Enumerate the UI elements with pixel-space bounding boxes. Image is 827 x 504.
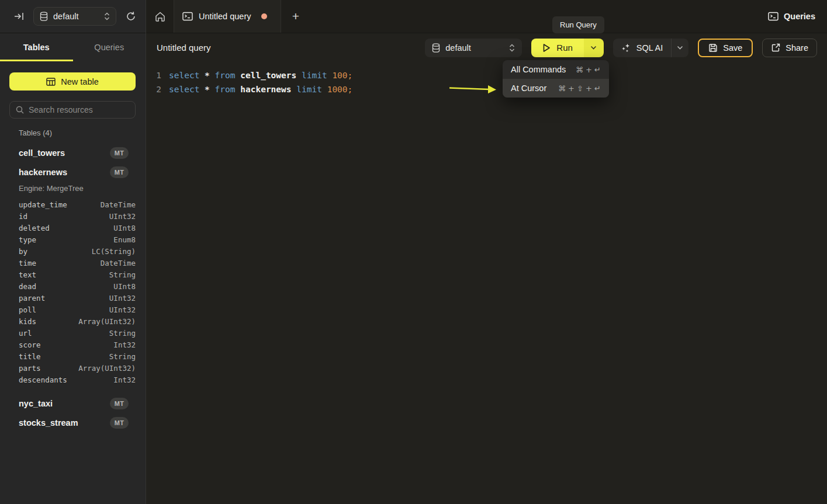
menu-item-at-cursor[interactable]: At Cursor ⌘ + ⇧ + ↵ xyxy=(503,79,609,98)
sidebar-tab-tables[interactable]: Tables xyxy=(0,33,73,61)
refresh-button[interactable] xyxy=(124,10,137,23)
column-row[interactable]: parentUInt32 xyxy=(0,292,146,304)
column-row[interactable]: scoreInt32 xyxy=(0,339,146,350)
column-type: UInt8 xyxy=(113,282,136,291)
unsaved-dot xyxy=(261,13,267,19)
collapse-sidebar-button[interactable] xyxy=(13,11,25,22)
column-name: parts xyxy=(19,364,41,373)
table-row-hackernews[interactable]: hackernews MT xyxy=(0,162,146,182)
column-type: UInt32 xyxy=(109,212,136,221)
sql-ai-split-button: SQL AI xyxy=(613,39,688,57)
column-row[interactable]: titleString xyxy=(0,350,146,362)
sidebar-tab-tables-label: Tables xyxy=(23,43,50,52)
new-table-button[interactable]: New table xyxy=(9,72,136,91)
code-line[interactable]: 2select * from hackernews limit 1000; xyxy=(146,82,827,96)
toolbar-database-selector[interactable]: default xyxy=(425,39,522,57)
new-tab-button[interactable]: + xyxy=(281,0,310,33)
column-type: UInt32 xyxy=(109,305,136,314)
code-text: select * from hackernews limit 1000; xyxy=(169,82,352,96)
main-area: Untitled query + Queries Untitled query … xyxy=(146,0,827,504)
tab-untitled-query[interactable]: Untitled query xyxy=(174,0,281,33)
new-table-label: New table xyxy=(61,77,98,86)
column-name: title xyxy=(19,352,41,361)
table-name: nyc_taxi xyxy=(19,399,53,408)
home-tab[interactable] xyxy=(146,0,174,33)
save-button[interactable]: Save xyxy=(698,39,753,57)
column-type: LC(String) xyxy=(92,247,136,256)
column-name: update_time xyxy=(19,200,67,209)
table-row-cell-towers[interactable]: cell_towers MT xyxy=(0,143,146,162)
sidebar-tab-queries-label: Queries xyxy=(94,43,124,52)
sidebar: default Tables Queries New table Tables … xyxy=(0,0,146,504)
code-line[interactable]: 1select * from cell_towers limit 100; xyxy=(146,68,827,82)
refresh-icon xyxy=(126,11,136,22)
run-split-button: Run xyxy=(531,39,604,57)
column-type: String xyxy=(109,270,136,279)
column-row[interactable]: deletedUInt8 xyxy=(0,222,146,234)
table-name: stocks_stream xyxy=(19,418,78,427)
column-row[interactable]: idUInt32 xyxy=(0,210,146,222)
save-button-label: Save xyxy=(723,43,742,53)
chevron-down-icon xyxy=(590,46,597,50)
sql-ai-options-button[interactable] xyxy=(671,39,688,57)
table-name: cell_towers xyxy=(19,148,65,158)
sidebar-database-value: default xyxy=(53,12,79,21)
sidebar-header: default xyxy=(0,0,146,33)
updown-chevron-icon xyxy=(509,44,515,52)
page-title: Untitled query xyxy=(157,43,211,53)
sidebar-tab-queries[interactable]: Queries xyxy=(73,33,146,61)
line-number: 2 xyxy=(146,82,161,96)
queries-button[interactable]: Queries xyxy=(756,0,827,33)
column-row[interactable]: pollUInt32 xyxy=(0,304,146,315)
column-row[interactable]: descendantsInt32 xyxy=(0,374,146,385)
sparkles-icon xyxy=(621,43,631,53)
column-row[interactable]: typeEnum8 xyxy=(0,234,146,245)
column-name: url xyxy=(19,329,32,338)
menu-item-label: All Commands xyxy=(511,65,566,74)
line-number: 1 xyxy=(146,68,161,82)
play-icon xyxy=(542,43,551,53)
column-type: UInt32 xyxy=(109,294,136,303)
search-input[interactable] xyxy=(29,105,129,114)
column-row[interactable]: urlString xyxy=(0,327,146,339)
table-row-nyc-taxi[interactable]: nyc_taxi MT xyxy=(0,394,146,413)
run-button[interactable]: Run xyxy=(531,39,584,57)
column-row[interactable]: kidsArray(UInt32) xyxy=(0,315,146,327)
column-name: time xyxy=(19,259,36,267)
query-toolbar: Untitled query default Run xyxy=(146,33,827,62)
database-icon xyxy=(432,43,440,53)
column-name: type xyxy=(19,235,36,244)
column-row[interactable]: deadUInt8 xyxy=(0,280,146,292)
tab-bar: Untitled query + Queries xyxy=(146,0,827,33)
share-button[interactable]: Share xyxy=(762,39,817,57)
menu-item-all-commands[interactable]: All Commands ⌘ + ↵ xyxy=(503,60,609,79)
home-icon xyxy=(155,12,165,22)
database-icon xyxy=(40,12,48,21)
column-type: UInt8 xyxy=(113,224,136,232)
column-row[interactable]: update_timeDateTime xyxy=(0,199,146,210)
column-row[interactable]: partsArray(UInt32) xyxy=(0,362,146,374)
search-icon xyxy=(16,106,24,114)
table-row-stocks-stream[interactable]: stocks_stream MT xyxy=(0,413,146,432)
column-row[interactable]: timeDateTime xyxy=(0,257,146,269)
column-type: Array(UInt32) xyxy=(78,317,136,326)
sql-editor[interactable]: 1select * from cell_towers limit 100;2se… xyxy=(146,62,827,504)
toolbar-database-value: default xyxy=(445,43,471,53)
column-type: Int32 xyxy=(113,340,136,349)
sidebar-collapse-icon xyxy=(14,12,24,20)
run-query-tooltip: Run Query xyxy=(552,16,604,33)
terminal-icon xyxy=(182,12,193,21)
engine-badge: MT xyxy=(110,398,129,409)
column-name: dead xyxy=(19,282,36,291)
engine-badge: MT xyxy=(110,166,129,178)
run-options-button[interactable] xyxy=(584,39,604,57)
column-row[interactable]: byLC(String) xyxy=(0,245,146,257)
run-options-menu: All Commands ⌘ + ↵ At Cursor ⌘ + ⇧ + ↵ xyxy=(503,60,609,98)
queries-icon xyxy=(768,12,778,21)
column-row[interactable]: textString xyxy=(0,269,146,280)
table-name: hackernews xyxy=(19,168,67,177)
sql-ai-button[interactable]: SQL AI xyxy=(613,39,671,57)
share-icon xyxy=(771,43,780,53)
hackernews-columns: update_timeDateTimeidUInt32deletedUInt8t… xyxy=(0,199,146,385)
sidebar-database-selector[interactable]: default xyxy=(33,7,116,26)
